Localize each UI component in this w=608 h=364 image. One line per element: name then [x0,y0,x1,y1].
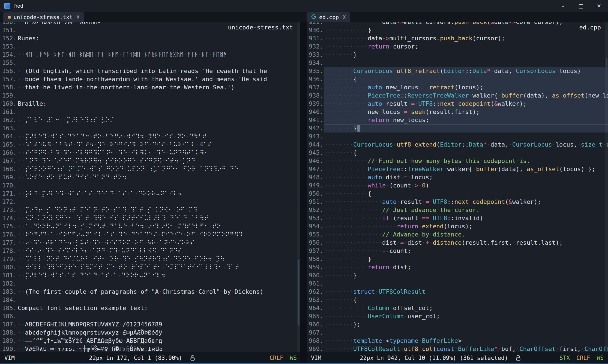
text-line-164[interactable]: 164.··⡍⠜⠇⠑⠹·⠺⠁⠎·⠙⠑⠁⠙⠒·⠞⠕·⠃⠑⠛⠔·⠺⠊⠹⠲·⡹⠻⠑·⠊… [0,132,300,141]
text-line-160[interactable]: 160.Braille: [0,100,300,108]
text-line-168[interactable]: 168.··⡎⠊⠗⠕⠕⠛⠑⠰⠎·⠝⠁⠍⠑·⠺⠁⠎·⠛⠕⠕⠙·⠥⠏⠕⠝·⠰⡡⠁⠝⠛… [0,165,300,173]
text-line-189[interactable]: 189.··–—‘“”„†•…‰™œŠŸž€·ΑΒΓΔΩαβγδω·АБВГДа… [0,337,300,345]
maximize-button[interactable]: □ [572,0,590,12]
code-line-962[interactable]: 962.········struct·UTF8ColResult [307,288,608,296]
code-line-942[interactable]: 942.········} [307,124,608,132]
code-line-959[interactable]: 959.············return·dist; [307,263,608,271]
code-line-957[interactable]: 957.················--count; [307,247,608,255]
right-scrollbar[interactable] [605,22,608,352]
lock-icon[interactable] [190,355,195,361]
text-line-156[interactable]: 156.··(Old·English,·which·transcribed·in… [0,67,300,75]
text-line-155[interactable]: 155. [0,59,300,67]
code-line-932[interactable]: 932.············return·cursor; [307,43,608,51]
line-number: 150. [0,22,18,26]
tab-ed-cpp[interactable]: ed.cpp X [307,12,350,22]
lock-icon[interactable] [516,355,521,361]
close-button[interactable]: ✕ [590,0,608,12]
tab-close-icon[interactable]: X [76,14,79,20]
text-line-170[interactable]: 170. [0,181,300,190]
tab-close-icon[interactable]: X [343,14,346,20]
code-line-960[interactable]: 960.········} [307,271,608,280]
text-line-173[interactable]: 173.··⡍⠔⠙⠖·⡊·⠙⠕⠝⠰⠞·⠍⠑⠁⠝·⠞⠕·⠎⠁⠹·⠹⠁⠞·⡊·⠅⠝⠪… [0,206,300,214]
text-line-171[interactable]: 171.··⡕⠇⠙·⡍⠜⠇⠑⠹·⠺⠁⠎·⠁⠎·⠙⠑⠁⠙·⠁⠎·⠁·⠙⠕⠕⠗⠤⠝⠁… [0,190,300,198]
code-line-955[interactable]: 955.················//·Advance·by·distan… [307,230,608,239]
text-line-166[interactable]: 166.··⠎⠊⠛⠝⠫·⠃⠹·⠹⠑·⠊⠇⠻⠛⠹⠍⠁⠝⠂·⠹⠑·⠊⠇⠻⠅⠂·⠹⠑·… [0,149,300,157]
code-line-952[interactable]: 952.················//·Just·advance·the·… [307,206,608,214]
text-line-187[interactable]: 187.··ABCDEFGHIJKLMNOPQRSTUVWXYZ·/012345… [0,320,300,329]
right-scrollbar-thumb[interactable] [606,58,607,67]
code-line-946[interactable]: 946.············//·Find·out·how·many·byt… [307,157,608,165]
tab-unicode-stress[interactable]: ≡ unicode-stress.txt X [3,12,84,22]
code-line-930[interactable]: 930.············} [307,26,608,34]
code-line-943[interactable]: 943. [307,132,608,141]
code-line-938[interactable]: 938.············PieceTree::ReverseTreeWa… [307,92,608,100]
text-line-184[interactable]: 184. [0,296,300,304]
code-line-967[interactable]: 967. [307,329,608,337]
code-line-965[interactable]: 965.············UserColumn·user_col; [307,312,608,320]
text-line-159[interactable]: 159. [0,92,300,100]
text-line-157[interactable]: 157.··bude·thaem·lande·northweardum·with… [0,75,300,83]
text-line-153[interactable]: 153. [0,43,300,51]
text-line-181[interactable]: 181.··⡍⠜⠇⠑⠹·⠺⠁⠎·⠁⠎·⠙⠑⠁⠙·⠁⠎·⠁·⠙⠕⠕⠗⠤⠝⠁⠊⠇⠲ [0,271,300,280]
text-line-172[interactable]: 172. [0,198,300,206]
code-line-966[interactable]: 966.········}; [307,320,608,329]
text-line-177[interactable]: 177.··⠔·⠹⠑·⠞⠗⠁⠙⠑⠲·⡃⠥⠞·⠹⠑·⠺⠊⠎⠙⠕⠍·⠕⠋·⠳⠗·⠁⠝… [0,239,300,247]
code-line-940[interactable]: 940.············new_locus·=·seek(result.… [307,108,608,116]
code-line-963[interactable]: 963.········{ [307,296,608,304]
pane-divider[interactable] [300,22,307,352]
code-line-950[interactable]: 950.············{ [307,190,608,198]
text-line-178[interactable]: 178.··⠊⠎·⠔·⠹⠑·⠎⠊⠍⠊⠇⠑⠆·⠁⠝⠙·⠍⠹·⠥⠝⠙⠁⠇⠇⠪⠫·⠙⠁… [0,247,300,255]
text-line-176[interactable]: 176.··⠗⠑⠛⠜⠙·⠁·⠊⠕⠋⠋⠔⠤⠝⠁⠊⠇·⠁⠎·⠹⠑·⠙⠑⠁⠙⠑⠌·⠏⠊… [0,230,300,239]
code-line-934[interactable]: 934. [307,59,608,67]
left-scrollbar[interactable] [297,22,300,352]
code-line-937[interactable]: 937.············auto·new_locus·=·retract… [307,83,608,92]
minimize-button[interactable]: – [554,0,572,12]
text-line-163[interactable]: 163. [0,124,300,132]
code-line-939[interactable]: 939.············auto·result·=·UTF8::next… [307,100,608,108]
code-line-947[interactable]: 947.············PieceTree::TreeWalker·wa… [307,165,608,173]
code-line-956[interactable]: 956.················dist·=·dist·+·distan… [307,239,608,247]
code-line-954[interactable]: 954.····················return·extend(lo… [307,222,608,230]
text-line-182[interactable]: 182. [0,280,300,288]
text-line-185[interactable]: 185.Compact·font·selection·example·text: [0,304,300,312]
right-editor-pane[interactable]: ed.cpp 929.················data->multi_c… [307,22,608,352]
code-line-964[interactable]: 964.············Column·offset_col; [307,304,608,312]
code-line-961[interactable]: 961. [307,280,608,288]
text-line-175[interactable]: 175.··⠁·⠙⠕⠕⠗⠤⠝⠁⠊⠇⠲·⡊·⠍⠊⠣⠞·⠙⠁⠧⠑·⠃⠑⠲·⠔⠊⠇⠔⠫… [0,222,300,230]
left-editor-pane[interactable]: unicode-stress.txt 150.··ሰማይ·አይታረስ·ንጉሥ·አ… [0,22,300,352]
code-line-941[interactable]: 941.············return·new_locus; [307,116,608,124]
text-line-180[interactable]: 180.··⠺⠊⠇⠇·⠹⠻⠑⠋⠕⠗⠑·⠏⠻⠍⠊⠞·⠍⠑·⠞⠕·⠗⠑⠏⠑⠁⠞⠂·⠑… [0,263,300,271]
code-line-945[interactable]: 945.········{ [307,149,608,157]
code-line-931[interactable]: 931.············data->multi_cursors.push… [307,34,608,43]
text-line-158[interactable]: 158.··that·he·lived·in·the·northern·land… [0,83,300,92]
text-line-188[interactable]: 188.··abcdefghijklmnopqrstuvwxyz·£©µÀÆÖÞ… [0,329,300,337]
text-line-169[interactable]: 169.··⠡⠕⠎⠑·⠞⠕·⠏⠥⠞·⠙⠊⠎·⠙⠁⠝⠙·⠞⠕⠲ [0,173,300,181]
text-line-152[interactable]: 152.Runes: [0,34,300,43]
text-line-179[interactable]: 179.··⠩⠁⠇⠇·⠝⠕⠞·⠙⠊⠌⠥⠗⠃·⠊⠞⠂·⠕⠗·⠹⠑·⡊⠳⠝⠞⠗⠹⠰⠎… [0,255,300,263]
code-line-944[interactable]: 944.········CursorLocus·utf8_extend(Edit… [307,141,608,149]
tab-zone-left: ≡ unicode-stress.txt X [0,12,300,22]
text-line-167[interactable]: 167.··⠁⠝⠙·⠹⠑·⠡⠊⠑⠋·⠍⠳⠗⠝⠻⠲·⡎⠊⠗⠕⠕⠛⠑·⠎⠊⠛⠝⠫·⠊… [0,157,300,165]
code-line-951[interactable]: 951.················auto·result·=·UTF8::… [307,198,608,206]
code-line-968[interactable]: 968.········template·<typename·BufferLik… [307,337,608,345]
text-line-154[interactable]: 154.··ᚻᛖ·ᚳᚹᚫᚦ·ᚦᚫᛏ·ᚻᛖ·ᛒᚢᛞᛖ·ᚩᚾ·ᚦᚫᛗ·ᛚᚪᚾᛞᛖ·ᚾ… [0,51,300,59]
text-line-174[interactable]: 174.··⠪⠝·⠅⠝⠪⠇⠫⠛⠑⠂·⠱⠁⠞·⠹⠻⠑·⠊⠎·⠏⠜⠞⠊⠊⠥⠇⠜⠇⠹·… [0,214,300,222]
text-line-162[interactable]: 162.··⡌⠁⠧⠑·⠼⠁⠒··⡍⠜⠇⠑⠹⠰⠎·⡣⠕⠌ [0,116,300,124]
text-file-icon: ≡ [8,14,11,20]
code-line-933[interactable]: 933.········} [307,51,608,59]
text-line-161[interactable]: 161. [0,108,300,116]
text-line-190[interactable]: 190.··∀∂∈ℝ∧∪≡∞·↑↗↨↻⇣·┐┼╔╘░►☺♀·ﬁ�⑀₂ἠḂӥẄɐː… [0,345,300,352]
text-line-165[interactable]: 165.··⠱⠁⠞⠑⠧⠻·⠁⠃⠳⠞·⠹⠁⠞⠲·⡹⠑·⠗⠑⠛⠊⠌⠻·⠕⠋·⠙⠊⠎·… [0,141,300,149]
text-line-183[interactable]: 183.··(The·first·couple·of·paragraphs·of… [0,288,300,296]
text-line-186[interactable]: 186. [0,312,300,320]
code-line-953[interactable]: 953.················if·(result·==·UTF8::… [307,214,608,222]
code-line-969[interactable]: 969.········UTF8ColResult·utf8_col(const… [307,345,608,352]
code-line-936[interactable]: 936.········{ [307,75,608,83]
code-line-958[interactable]: 958.············} [307,255,608,263]
left-scrollbar-thumb[interactable] [298,260,299,326]
code-line-949[interactable]: 949.············while·(count·>·0) [307,181,608,190]
line-number: 157. [0,75,18,83]
code-line-935[interactable]: 935.········CursorLocus·utf8_retract(Edi… [307,67,608,75]
code-line-929[interactable]: 929.················data->multi_cursors.… [307,22,608,26]
code-line-948[interactable]: 948.············auto·dist·=·locus; [307,173,608,181]
